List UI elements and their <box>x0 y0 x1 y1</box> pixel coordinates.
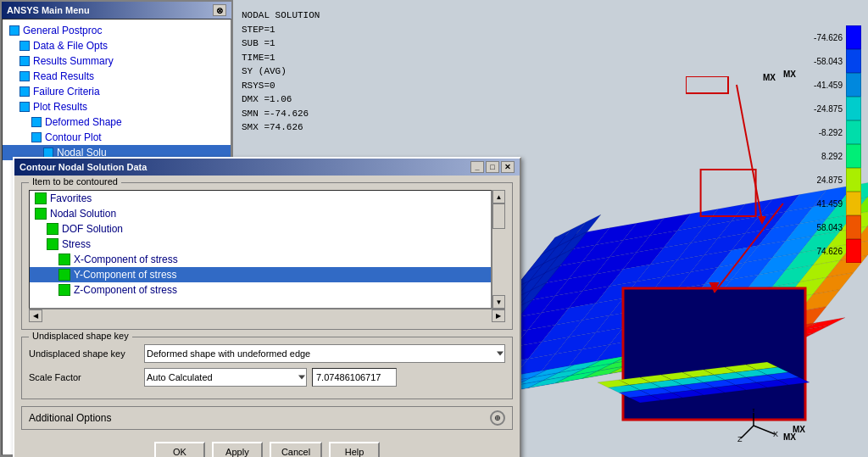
menu-label-deformed-shape: Deformed Shape <box>45 116 122 128</box>
ns-line8: SMN =-74.626 <box>242 107 320 121</box>
scale-row-2: -41.459 <box>800 73 861 97</box>
tree-item-z-component[interactable]: Z-Component of stress <box>30 282 491 298</box>
dialog-max-button[interactable]: □ <box>486 161 499 173</box>
scroll-thumb[interactable] <box>492 203 505 229</box>
menu-item-deformed-shape[interactable]: Deformed Shape <box>3 114 231 130</box>
svg-line-3 <box>741 426 754 438</box>
menu-icon-failure-criteria <box>19 86 30 97</box>
scale-row-6: 24.875 <box>800 168 861 192</box>
ns-line4: TIME=1 <box>242 51 320 65</box>
help-button[interactable]: Help <box>329 442 380 457</box>
menu-item-contour-plot[interactable]: Contour Plot <box>3 130 231 145</box>
cancel-button[interactable]: Cancel <box>270 442 322 457</box>
tree-scrollbar[interactable]: ▲ ▼ <box>492 190 505 309</box>
scale-color-1 <box>846 49 861 73</box>
scale-row-4: -8.292 <box>800 120 861 144</box>
h-scroll-left-button[interactable]: ◀ <box>29 309 42 322</box>
shape-key-row: Undisplaced shape key Deformed shape wit… <box>29 344 505 363</box>
dialog-body: Item to be contoured FavoritesNodal Solu… <box>14 176 520 457</box>
dialog-min-button[interactable]: _ <box>470 161 484 173</box>
tree-item-y-component[interactable]: Y-Component of stress <box>30 267 491 282</box>
scale-factor-select[interactable]: Auto Calculated <box>144 368 307 387</box>
tree-item-nodal-solution[interactable]: Nodal Solution <box>30 206 491 221</box>
scale-label-9: 74.626 <box>800 247 843 256</box>
svg-text:Z: Z <box>737 435 743 443</box>
scale-factor-row: Scale Factor Auto Calculated <box>29 368 505 387</box>
shape-key-select[interactable]: Deformed shape with undeformed edge <box>144 344 505 363</box>
menu-item-read-results[interactable]: Read Results <box>3 69 231 84</box>
scroll-down-button[interactable]: ▼ <box>492 295 505 309</box>
ns-line1: NODAL SOLUTION <box>242 8 320 23</box>
scale-row-9: 74.626 <box>800 239 861 263</box>
scale-factor-dropdown-wrapper: Auto Calculated <box>144 368 307 387</box>
menu-icon-results-summary <box>19 56 30 66</box>
ns-line2: STEP=1 <box>242 23 320 37</box>
scale-label-3: -24.875 <box>800 104 843 114</box>
scale-row-0: -74.626 <box>800 25 861 49</box>
ns-line3: SUB =1 <box>242 36 320 51</box>
tree-icon-dof-solution <box>47 223 58 235</box>
additional-options-icon: ⊕ <box>490 410 505 426</box>
additional-options-bar[interactable]: Additional Options ⊕ <box>21 406 513 430</box>
menu-close-button[interactable]: ⊗ <box>213 4 226 16</box>
ns-line9: SMX =74.626 <box>242 120 320 135</box>
tree-wrapper: FavoritesNodal SolutionDOF SolutionStres… <box>29 190 505 309</box>
tree-icon-favorites <box>35 192 47 204</box>
scale-color-9 <box>846 239 861 263</box>
scroll-thumb-area <box>492 203 505 295</box>
scale-row-3: -24.875 <box>800 97 861 120</box>
h-scroll-right-button[interactable]: ▶ <box>492 309 505 322</box>
menu-title: ANSYS Main Menu <box>7 5 90 15</box>
nodal-solution-text: NODAL SOLUTION STEP=1 SUB =1 TIME=1 SY (… <box>242 8 320 135</box>
menu-item-general-postproc[interactable]: General Postproc <box>3 23 231 38</box>
svg-line-5 <box>754 426 775 434</box>
tree-label-y-component: Y-Component of stress <box>74 269 177 281</box>
menu-label-general-postproc: General Postproc <box>23 25 102 36</box>
ok-button[interactable]: OK <box>154 442 205 457</box>
tree-container[interactable]: FavoritesNodal SolutionDOF SolutionStres… <box>29 190 492 309</box>
menu-titlebar: ANSYS Main Menu ⊗ <box>2 2 231 19</box>
menu-item-data-file-opts[interactable]: Data & File Opts <box>3 38 231 53</box>
tree-label-x-component: X-Component of stress <box>74 254 178 265</box>
scale-color-0 <box>846 25 861 49</box>
scale-row-8: 58.043 <box>800 215 861 239</box>
ns-line6: RSYS=0 <box>242 79 320 93</box>
scale-factor-label: Scale Factor <box>29 372 139 382</box>
tree-item-x-component[interactable]: X-Component of stress <box>30 252 491 267</box>
scale-label-2: -41.459 <box>800 81 843 90</box>
tree-item-stress[interactable]: Stress <box>30 237 491 252</box>
menu-icon-read-results <box>19 71 30 81</box>
tree-item-favorites[interactable]: Favorites <box>30 191 491 206</box>
scale-label-0: -74.626 <box>800 33 843 42</box>
scale-color-5 <box>846 144 861 168</box>
menu-label-plot-results: Plot Results <box>33 101 87 113</box>
dialog-titlebar: Contour Nodal Solution Data _ □ ✕ <box>14 159 520 176</box>
tree-icon-y-component <box>58 269 70 281</box>
apply-button[interactable]: Apply <box>212 442 263 457</box>
undisplaced-label: Undisplaced shape key <box>29 331 132 341</box>
scroll-up-button[interactable]: ▲ <box>492 190 505 203</box>
menu-icon-contour-plot <box>31 132 42 142</box>
h-scrollbar[interactable]: ◀ ▶ <box>29 309 505 322</box>
ns-line7: DMX =1.06 <box>242 92 320 107</box>
scale-label-5: 8.292 <box>800 152 843 161</box>
svg-text:X: X <box>773 430 778 438</box>
tree-item-dof-solution[interactable]: DOF Solution <box>30 221 491 237</box>
scale-factor-input[interactable] <box>312 368 397 387</box>
tree-label-z-component: Z-Component of stress <box>74 284 177 296</box>
group-label: Item to be contoured <box>29 176 121 187</box>
menu-item-results-summary[interactable]: Results Summary <box>3 53 231 69</box>
undisplaced-group: Undisplaced shape key Undisplaced shape … <box>21 337 513 399</box>
tree-label-dof-solution: DOF Solution <box>62 223 123 235</box>
color-scale: -74.626-58.043-41.459-24.875-8.2928.2922… <box>800 25 861 263</box>
scale-label-8: 58.043 <box>800 223 843 232</box>
menu-label-failure-criteria: Failure Criteria <box>33 86 100 98</box>
tree-icon-x-component <box>58 254 70 265</box>
menu-icon-general-postproc <box>9 25 19 36</box>
shape-key-label: Undisplaced shape key <box>29 348 139 359</box>
menu-item-failure-criteria[interactable]: Failure Criteria <box>3 84 231 99</box>
dialog-footer: OK Apply Cancel Help <box>21 437 513 457</box>
menu-item-plot-results[interactable]: Plot Results <box>3 99 231 114</box>
dialog-close-button[interactable]: ✕ <box>501 161 515 173</box>
scale-row-1: -58.043 <box>800 49 861 73</box>
